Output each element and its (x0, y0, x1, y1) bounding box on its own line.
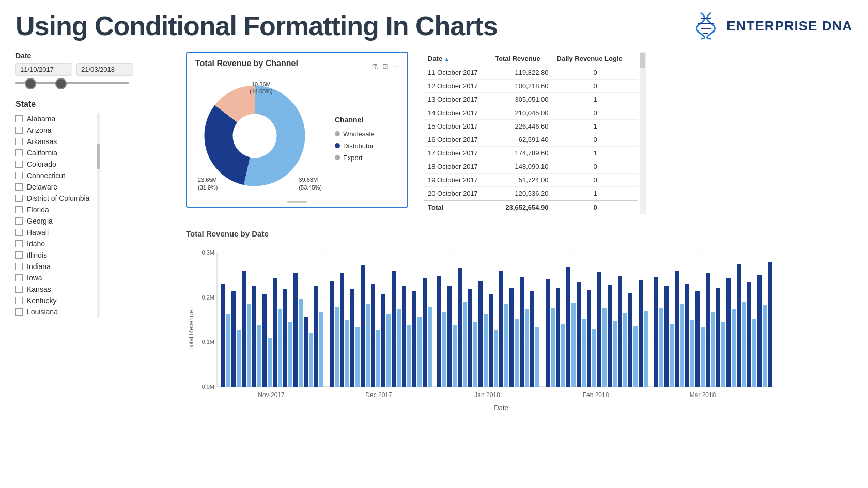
bar (623, 313, 627, 387)
cell-logic: 0 (553, 174, 638, 187)
bar (706, 273, 710, 387)
state-list-item[interactable]: Arkansas (16, 136, 89, 147)
state-checkbox[interactable] (16, 308, 23, 316)
bar (262, 294, 267, 387)
cell-logic: 1 (553, 187, 638, 201)
more-icon[interactable]: ··· (393, 62, 399, 70)
bar (293, 273, 298, 387)
cell-revenue: 174,789.60 (491, 147, 553, 160)
cell-logic: 0 (553, 66, 638, 80)
table-row: 14 October 2017210,045.000 (424, 106, 638, 120)
state-list-item[interactable]: Alabama (16, 113, 89, 124)
table-row: 19 October 201751,724.000 (424, 174, 638, 187)
state-list-item[interactable]: Colorado (16, 159, 89, 170)
slider-handle-right[interactable] (55, 78, 67, 89)
legend-label-distributor: Distributor (343, 142, 374, 150)
state-checkbox[interactable] (16, 274, 23, 281)
bar (670, 324, 674, 387)
legend-label-wholesale: Wholesale (343, 130, 375, 138)
state-list-item[interactable]: California (16, 147, 89, 159)
state-list-item[interactable]: Kansas (16, 284, 89, 295)
state-list-item[interactable]: Idaho (16, 238, 89, 249)
state-list-item[interactable]: Georgia (16, 215, 89, 227)
state-list: AlabamaArizonaArkansasCaliforniaColorado… (16, 113, 95, 318)
state-list-item[interactable]: Delaware (16, 181, 89, 193)
donut-center (233, 114, 276, 158)
state-checkbox[interactable] (16, 251, 23, 259)
bar (458, 268, 462, 387)
slider-area (16, 80, 176, 84)
state-checkbox[interactable] (16, 183, 23, 191)
state-checkbox[interactable] (16, 229, 23, 236)
cell-date: 17 October 2017 (424, 147, 491, 160)
donut-label-bl-pct: (31.9%) (198, 184, 218, 191)
state-list-item[interactable]: Iowa (16, 272, 89, 284)
cell-logic: 0 (553, 160, 638, 174)
state-checkbox[interactable] (16, 263, 23, 270)
cell-logic: 0 (553, 106, 638, 120)
bar (716, 288, 720, 387)
state-list-item[interactable]: District of Columbia (16, 193, 89, 204)
state-list-item[interactable]: Arizona (16, 124, 89, 136)
bar (376, 330, 380, 387)
state-checkbox[interactable] (16, 217, 23, 225)
donut-label-br-value: 39.63M (299, 176, 322, 183)
cell-revenue: 226,446.60 (491, 120, 553, 133)
slider-track[interactable] (16, 82, 129, 84)
table-scrollbar[interactable] (640, 52, 646, 214)
table-row: 17 October 2017174,789.601 (424, 147, 638, 160)
state-checkbox[interactable] (16, 161, 23, 168)
state-scrollbar[interactable] (97, 113, 100, 318)
state-list-item[interactable]: Hawaii (16, 227, 89, 238)
bar (571, 303, 576, 387)
bar (319, 312, 323, 387)
state-list-item[interactable]: Indiana (16, 261, 89, 272)
col-revenue[interactable]: Total Revenue (491, 52, 553, 66)
svg-text:0.3M: 0.3M (202, 249, 214, 256)
state-list-item[interactable]: Illinois (16, 249, 89, 261)
state-checkbox[interactable] (16, 206, 23, 213)
state-checkbox[interactable] (16, 149, 23, 156)
state-checkbox[interactable] (16, 127, 23, 134)
chart-scroll-indicator (287, 201, 307, 203)
bar (742, 302, 746, 387)
state-filter-label: State (16, 100, 176, 109)
col-date[interactable]: Date ▲ (424, 52, 491, 66)
state-label-text: Kentucky (27, 296, 57, 305)
state-checkbox[interactable] (16, 115, 23, 122)
state-checkbox[interactable] (16, 240, 23, 247)
state-list-item[interactable]: Connecticut (16, 170, 89, 181)
state-checkbox[interactable] (16, 172, 23, 179)
col-logic[interactable]: Daily Revenue Logic (553, 52, 638, 66)
state-checkbox[interactable] (16, 138, 23, 145)
date-end-input[interactable]: 21/03/2018 (76, 63, 133, 76)
bar (654, 277, 658, 387)
bar (231, 291, 236, 387)
bar (257, 325, 261, 387)
filter-icon[interactable]: ⚗ (371, 62, 378, 70)
state-list-item[interactable]: Florida (16, 204, 89, 215)
bar (386, 314, 391, 387)
header: Using Conditional Formatting In Charts E… (16, 10, 853, 41)
state-checkbox[interactable] (16, 297, 23, 304)
state-list-item[interactable]: Louisiana (16, 306, 89, 318)
bar (504, 304, 508, 387)
bar (366, 304, 370, 387)
cell-date: 15 October 2017 (424, 120, 491, 133)
state-checkbox[interactable] (16, 195, 23, 202)
y-axis-label: Total Revenue (188, 310, 195, 350)
table-footer: Total 23,652,654.90 0 (424, 200, 638, 214)
bar (561, 324, 565, 387)
slider-handle-left[interactable] (25, 78, 36, 89)
cell-date: 11 October 2017 (424, 66, 491, 80)
state-list-item[interactable]: Kentucky (16, 295, 89, 306)
cell-date: 12 October 2017 (424, 80, 491, 93)
bar (525, 309, 529, 387)
date-start-input[interactable]: 11/10/2017 (16, 63, 72, 76)
expand-icon[interactable]: ⊡ (382, 62, 389, 70)
state-checkbox[interactable] (16, 286, 23, 293)
bar (304, 317, 308, 387)
donut-chart-title: Total Revenue by Channel (195, 59, 298, 68)
bar (509, 288, 514, 387)
page-title: Using Conditional Formatting In Charts (16, 10, 498, 41)
